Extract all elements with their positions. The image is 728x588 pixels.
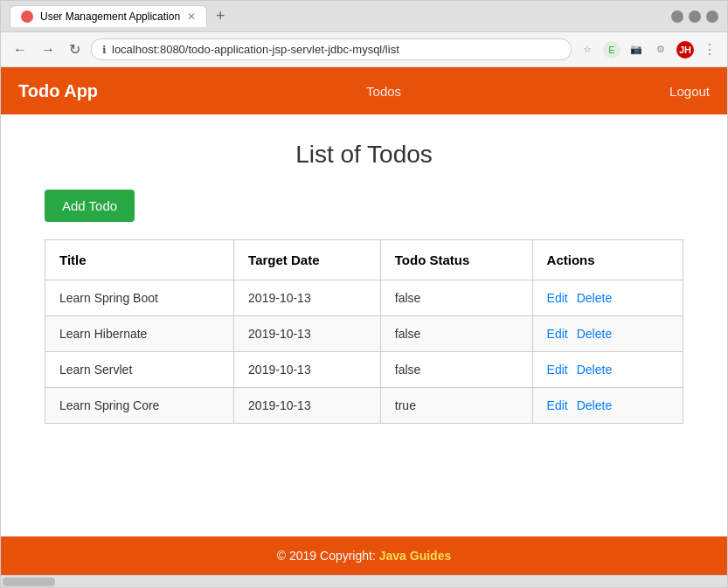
- extension-icon[interactable]: E: [603, 41, 621, 59]
- navbar-nav: Todos: [366, 84, 401, 99]
- camera-icon[interactable]: 📷: [627, 41, 645, 59]
- cell-date: 2019-10-13: [234, 280, 381, 316]
- tab-favicon: [21, 10, 33, 23]
- reload-button[interactable]: ↻: [66, 39, 84, 59]
- back-button[interactable]: ←: [10, 40, 31, 59]
- minimize-button[interactable]: [671, 10, 683, 23]
- scrollbar-thumb[interactable]: [3, 578, 55, 586]
- col-title: Title: [45, 240, 234, 280]
- cell-status: true: [380, 388, 532, 424]
- footer: © 2019 Copyright: Java Guides: [1, 536, 727, 575]
- footer-link[interactable]: Java Guides: [379, 549, 452, 563]
- todos-nav-link[interactable]: Todos: [366, 84, 401, 99]
- browser-titlebar: User Management Application ✕ +: [1, 1, 727, 32]
- col-status: Todo Status: [380, 240, 532, 280]
- cell-status: false: [380, 352, 532, 388]
- col-actions: Actions: [532, 240, 683, 280]
- close-button[interactable]: [706, 10, 718, 23]
- cell-status: false: [380, 316, 532, 352]
- cell-actions: EditDelete: [532, 388, 683, 424]
- forward-button[interactable]: →: [38, 40, 59, 59]
- cell-date: 2019-10-13: [234, 316, 381, 352]
- new-tab-button[interactable]: +: [211, 5, 231, 27]
- todos-table: Title Target Date Todo Status Actions Le…: [45, 239, 683, 424]
- cell-actions: EditDelete: [532, 280, 683, 316]
- table-row: Learn Hibernate2019-10-13falseEditDelete: [45, 316, 683, 352]
- cell-title: Learn Spring Core: [45, 388, 234, 424]
- menu-icon[interactable]: ⋮: [701, 41, 718, 59]
- edit-link[interactable]: Edit: [547, 363, 568, 377]
- table-header: Title Target Date Todo Status Actions: [45, 240, 683, 280]
- browser-toolbar: ← → ↻ ℹ localhost:8080/todo-application-…: [1, 32, 727, 67]
- star-icon[interactable]: ☆: [579, 41, 596, 59]
- browser-tabs: User Management Application ✕ +: [10, 5, 671, 27]
- delete-link[interactable]: Delete: [577, 291, 612, 305]
- delete-link[interactable]: Delete: [577, 398, 612, 412]
- browser-tab-active[interactable]: User Management Application ✕: [10, 5, 207, 27]
- settings-icon[interactable]: ⚙: [652, 41, 669, 59]
- table-row: Learn Servlet2019-10-13falseEditDelete: [45, 352, 683, 388]
- lock-icon: ℹ: [102, 44, 107, 56]
- cell-title: Learn Hibernate: [45, 316, 234, 352]
- table-header-row: Title Target Date Todo Status Actions: [45, 240, 683, 280]
- avatar-icon[interactable]: JH: [676, 41, 694, 59]
- page-title: List of Todos: [45, 141, 683, 169]
- scrollbar[interactable]: [1, 575, 727, 587]
- browser-frame: User Management Application ✕ + ← → ↻ ℹ …: [0, 0, 728, 588]
- add-todo-button[interactable]: Add Todo: [45, 190, 135, 222]
- cell-actions: EditDelete: [532, 316, 683, 352]
- cell-date: 2019-10-13: [234, 388, 381, 424]
- cell-title: Learn Servlet: [45, 352, 234, 388]
- col-date: Target Date: [234, 240, 381, 280]
- delete-link[interactable]: Delete: [577, 327, 612, 341]
- table-body: Learn Spring Boot2019-10-13falseEditDele…: [45, 280, 683, 424]
- logout-link[interactable]: Logout: [669, 84, 710, 99]
- url-text: localhost:8080/todo-application-jsp-serv…: [112, 43, 399, 56]
- tab-title: User Management Application: [40, 10, 180, 23]
- window-controls: [671, 10, 718, 23]
- cell-date: 2019-10-13: [234, 352, 381, 388]
- cell-status: false: [380, 280, 532, 316]
- address-bar[interactable]: ℹ localhost:8080/todo-application-jsp-se…: [91, 38, 572, 60]
- cell-title: Learn Spring Boot: [45, 280, 234, 316]
- toolbar-icons: ☆ E 📷 ⚙ JH ⋮: [579, 41, 718, 59]
- navbar-brand[interactable]: Todo App: [18, 81, 98, 101]
- app-content: Todo App Todos Logout List of Todos Add …: [1, 67, 727, 575]
- tab-close-button[interactable]: ✕: [187, 10, 196, 23]
- navbar: Todo App Todos Logout: [1, 67, 727, 114]
- delete-link[interactable]: Delete: [577, 363, 612, 377]
- table-row: Learn Spring Core2019-10-13trueEditDelet…: [45, 388, 683, 424]
- maximize-button[interactable]: [689, 10, 701, 23]
- edit-link[interactable]: Edit: [547, 291, 568, 305]
- main-content: List of Todos Add Todo Title Target Date…: [1, 114, 727, 536]
- edit-link[interactable]: Edit: [547, 398, 568, 412]
- table-row: Learn Spring Boot2019-10-13falseEditDele…: [45, 280, 683, 316]
- footer-text: © 2019 Copyright:: [277, 549, 379, 563]
- cell-actions: EditDelete: [532, 352, 683, 388]
- edit-link[interactable]: Edit: [547, 327, 568, 341]
